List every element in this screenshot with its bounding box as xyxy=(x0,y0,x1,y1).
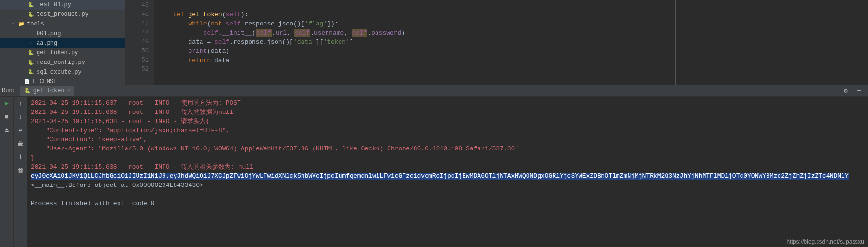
run-header: Run: 🐍 get_token × ⚙ — xyxy=(0,85,868,97)
console-output[interactable]: 2021-04-25 19:11:15,637 - root - INFO - … xyxy=(27,97,868,247)
tree-file-readconfig[interactable]: 🐍 read_config.py xyxy=(0,58,125,67)
tree-file-aapng[interactable]: ▫ aa.png xyxy=(0,38,125,48)
python-icon: 🐍 xyxy=(27,49,35,57)
chevron-down-icon[interactable]: ▾ xyxy=(12,21,17,27)
tree-file-001png[interactable]: ▫ 001.png xyxy=(0,29,125,38)
up-icon[interactable]: ↑ xyxy=(16,99,25,108)
project-tree[interactable]: 🐍 test_01.py 🐍 test_product.py ▾ 📁 tools… xyxy=(0,0,125,85)
tree-file-testproduct[interactable]: 🐍 test_product.py xyxy=(0,10,125,19)
code-line[interactable]: while(not self.response.json()['flag']): xyxy=(158,19,868,28)
log-line[interactable]: <__main__.Before object at 0x00000234E84… xyxy=(31,181,864,190)
wrap-icon[interactable]: ↩ xyxy=(16,125,25,135)
run-tool-window: Run: 🐍 get_token × ⚙ — ▶ ■ ⏏ ↑ ↓ ↩ 🖶 ⤓ 🗑… xyxy=(0,85,868,247)
log-line[interactable]: 2021-04-25 19:11:15,637 - root - INFO - … xyxy=(31,99,864,108)
log-line[interactable]: "Connection": "keep-alive", xyxy=(31,135,864,144)
tree-file-sqlexcute[interactable]: 🐍 sql_excute.py xyxy=(0,67,125,77)
code-line[interactable]: return data xyxy=(158,56,868,65)
code-line[interactable]: print(data) xyxy=(158,47,868,56)
python-icon: 🐍 xyxy=(27,11,35,18)
run-tab[interactable]: 🐍 get_token × xyxy=(20,86,74,96)
python-icon: 🐍 xyxy=(27,59,35,66)
trash-icon[interactable]: 🗑 xyxy=(16,166,25,175)
line-gutter: 45 46 47 48 49 50 51 52 xyxy=(126,0,154,85)
tree-file-license[interactable]: 📄 LICENSE xyxy=(0,77,125,85)
log-line[interactable] xyxy=(31,190,864,199)
log-line[interactable]: Process finished with exit code 0 xyxy=(31,199,864,208)
image-icon: ▫ xyxy=(27,30,35,37)
print-icon[interactable]: 🖶 xyxy=(16,139,25,148)
code-line[interactable]: self.__init__(self.url, self.username, s… xyxy=(158,28,868,37)
log-line[interactable]: "User-Agent": "Mozilla/5.0 (Windows NT 1… xyxy=(31,144,864,153)
log-line[interactable]: "Content-Type": "application/json;charse… xyxy=(31,126,864,135)
tree-folder-tools[interactable]: ▾ 📁 tools xyxy=(0,19,125,29)
code-line[interactable] xyxy=(158,1,868,10)
close-icon[interactable]: × xyxy=(67,88,71,94)
exit-icon[interactable]: ⏏ xyxy=(2,125,12,135)
image-icon: ▫ xyxy=(27,39,35,47)
gear-icon[interactable]: ⚙ xyxy=(841,86,851,96)
code-line[interactable]: data = self.response.json()['data']['tok… xyxy=(158,37,868,47)
python-icon: 🐍 xyxy=(24,87,31,95)
stop-icon[interactable]: ■ xyxy=(2,112,12,122)
log-line[interactable]: 2021-04-25 19:11:15,638 - root - INFO - … xyxy=(31,162,864,172)
log-line[interactable]: 2021-04-25 19:11:15,638 - root - INFO - … xyxy=(31,108,864,117)
code-editor[interactable]: 45 46 47 48 49 50 51 52 def get_token(se… xyxy=(125,0,868,85)
down-icon[interactable]: ↓ xyxy=(16,112,25,122)
python-icon: 🐍 xyxy=(27,1,35,9)
code-line[interactable]: def get_token(self): xyxy=(158,10,868,19)
code-content[interactable]: def get_token(self): while(not self.resp… xyxy=(154,0,868,85)
code-line[interactable] xyxy=(158,65,868,74)
tree-file-gettoken[interactable]: 🐍 get_token.py xyxy=(0,48,125,58)
editor-margin-line xyxy=(675,0,676,85)
minimize-icon[interactable]: — xyxy=(855,86,864,96)
log-line[interactable]: 2021-04-25 19:11:15,638 - root - INFO - … xyxy=(31,117,864,126)
text-icon: 📄 xyxy=(23,78,31,85)
tree-file-test01[interactable]: 🐍 test_01.py xyxy=(0,0,125,10)
run-label: Run: xyxy=(2,87,16,94)
scroll-icon[interactable]: ⤓ xyxy=(16,152,25,162)
watermark: https://blog.csdn.net/supassxu xyxy=(787,238,864,245)
run-toolbar: ▶ ■ ⏏ xyxy=(0,97,13,247)
folder-icon: 📁 xyxy=(17,20,25,28)
python-icon: 🐍 xyxy=(27,68,35,76)
rerun-icon[interactable]: ▶ xyxy=(2,99,12,108)
log-line[interactable]: eyJ0eXAiOiJKV1QiLCJhbGciOiJIUzI1NiJ9.eyJ… xyxy=(31,172,864,181)
log-line[interactable]: } xyxy=(31,153,864,162)
run-toolbar2: ↑ ↓ ↩ 🖶 ⤓ 🗑 xyxy=(13,97,27,247)
